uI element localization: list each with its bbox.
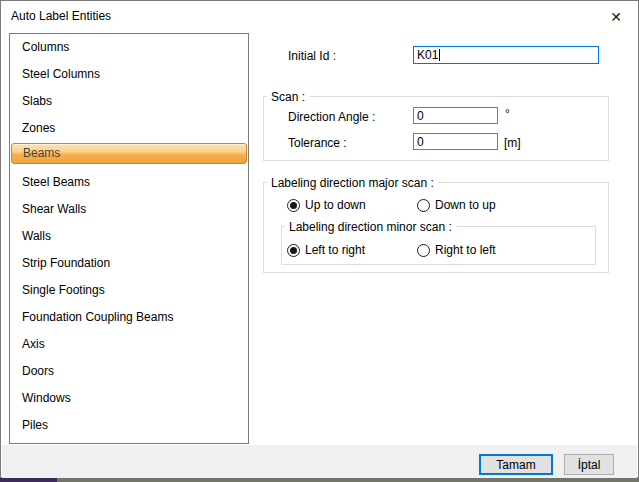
list-item[interactable]: Foundation Coupling Beams <box>10 304 248 331</box>
list-item[interactable]: Piles <box>10 412 248 439</box>
screen: Auto Label Entities ✕ ColumnsSteel Colum… <box>0 0 639 482</box>
taskbar-gray-segment <box>57 478 639 482</box>
radio-label: Down to up <box>435 198 496 212</box>
dialog-title: Auto Label Entities <box>11 9 111 23</box>
radio-icon <box>287 244 300 257</box>
list-item[interactable]: Columns <box>10 34 248 61</box>
taskbar-strip <box>0 478 639 482</box>
list-item[interactable]: Strip Foundation <box>10 250 248 277</box>
initial-id-input[interactable]: K01 <box>413 46 599 64</box>
tolerance-input[interactable]: 0 <box>413 133 498 150</box>
list-item[interactable]: Axis <box>10 331 248 358</box>
cancel-button[interactable]: İptal <box>564 454 614 475</box>
radio-icon <box>417 244 430 257</box>
radio-label: Left to right <box>305 243 365 257</box>
direction-angle-value: 0 <box>417 109 424 123</box>
close-button[interactable]: ✕ <box>600 5 632 29</box>
radio-label: Right to left <box>435 243 496 257</box>
radio-option[interactable]: Right to left <box>417 243 496 257</box>
tolerance-label: Tolerance : <box>288 136 347 150</box>
list-item[interactable]: Beams <box>11 143 247 164</box>
ok-button-label: Tamam <box>496 458 535 472</box>
scan-groupbox <box>263 96 609 161</box>
list-item[interactable]: Zones <box>10 115 248 142</box>
radio-icon <box>417 199 430 212</box>
minor-scan-group-title: Labeling direction minor scan : <box>285 220 456 234</box>
text-cursor <box>439 49 440 61</box>
initial-id-label: Initial Id : <box>288 49 336 63</box>
major-scan-group-title: Labeling direction major scan : <box>267 176 438 190</box>
tolerance-value: 0 <box>417 135 424 149</box>
radio-label: Up to down <box>305 198 366 212</box>
tolerance-unit: [m] <box>504 136 521 150</box>
ok-button[interactable]: Tamam <box>479 454 553 475</box>
major-scan-options: Up to downDown to up <box>287 198 496 212</box>
list-item[interactable]: Steel Beams <box>10 169 248 196</box>
scan-group-title: Scan : <box>267 90 309 104</box>
list-item[interactable]: Single Footings <box>10 277 248 304</box>
direction-angle-input[interactable]: 0 <box>413 107 498 124</box>
minor-scan-options: Left to rightRight to left <box>287 243 496 257</box>
direction-angle-unit: ° <box>505 107 510 121</box>
cancel-button-label: İptal <box>578 458 601 472</box>
list-item[interactable]: Doors <box>10 358 248 385</box>
radio-icon <box>287 199 300 212</box>
footer-bar: Tamam İptal <box>2 445 637 478</box>
taskbar-accent-segment <box>0 478 57 482</box>
close-icon: ✕ <box>610 9 622 25</box>
radio-option[interactable]: Down to up <box>417 198 496 212</box>
list-item[interactable]: Steel Columns <box>10 61 248 88</box>
direction-angle-label: Direction Angle : <box>288 110 375 124</box>
radio-option[interactable]: Left to right <box>287 243 417 257</box>
list-item[interactable]: Slabs <box>10 88 248 115</box>
entity-list[interactable]: ColumnsSteel ColumnsSlabsZonesBeamsSteel… <box>9 33 249 444</box>
auto-label-entities-dialog: Auto Label Entities ✕ ColumnsSteel Colum… <box>0 0 639 478</box>
initial-id-value: K01 <box>417 48 438 62</box>
list-item[interactable]: Shear Walls <box>10 196 248 223</box>
list-item[interactable]: Walls <box>10 223 248 250</box>
radio-option[interactable]: Up to down <box>287 198 417 212</box>
list-item[interactable]: Windows <box>10 385 248 412</box>
